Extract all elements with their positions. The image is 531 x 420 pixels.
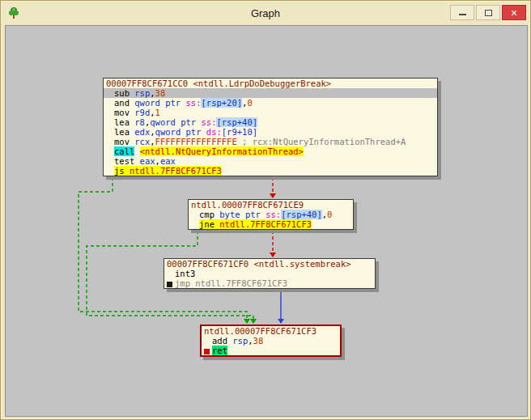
asm-token: ntdll.7FF8CF671CF3 bbox=[219, 219, 312, 229]
asm-token: mov bbox=[114, 137, 134, 146]
asm-token: r8 bbox=[134, 117, 145, 127]
minimize-button[interactable] bbox=[450, 5, 474, 20]
asm-token: lea bbox=[114, 127, 134, 137]
instruction-line[interactable]: sub rsp,38 bbox=[104, 88, 437, 98]
asm-token: ntdll.7FF8CF671CF3 bbox=[130, 166, 222, 176]
asm-token: rsp bbox=[134, 88, 150, 98]
asm-token: jmp ntdll.7FF8CF671CF3 bbox=[175, 278, 287, 288]
asm-token: eax bbox=[160, 156, 176, 166]
minimize-icon bbox=[459, 10, 466, 15]
asm-token: FFFFFFFFFFFFFFFE bbox=[155, 137, 237, 146]
edge-ce9-fall-cf0-arrowhead bbox=[270, 252, 276, 257]
marker-slot bbox=[167, 272, 172, 278]
asm-token: ret bbox=[212, 346, 227, 355]
asm-token: int3 bbox=[175, 269, 195, 278]
block-header: ntdll.00007FF8CF671CF3 bbox=[202, 326, 340, 336]
instruction-line[interactable]: mov rcx,FFFFFFFFFFFFFFFE ; rcx:NtQueryIn… bbox=[104, 137, 437, 146]
asm-token: cmp bbox=[199, 210, 219, 219]
asm-token: eax bbox=[140, 156, 155, 166]
close-button[interactable]: × bbox=[502, 5, 526, 20]
asm-token: 38 bbox=[253, 336, 264, 346]
marker-slot bbox=[106, 101, 112, 107]
instruction-line[interactable]: add rsp,38 bbox=[202, 336, 340, 346]
asm-token: ; rcx:NtQueryInformationThread+A bbox=[237, 137, 406, 146]
asm-token: qword ptr bbox=[134, 98, 185, 108]
instruction-line[interactable]: lea edx,qword ptr ds:[r9+10] bbox=[104, 127, 437, 137]
maximize-icon bbox=[485, 10, 492, 16]
marker-slot bbox=[106, 140, 112, 146]
instruction-line[interactable]: mov r9d,1 bbox=[104, 108, 437, 117]
instruction-line[interactable]: test eax,eax bbox=[104, 156, 437, 166]
asm-token: qword ptr bbox=[155, 127, 206, 137]
instruction-line[interactable]: cmp byte ptr ss:[rsp+40],0 bbox=[189, 210, 353, 219]
asm-token: edx bbox=[134, 127, 150, 137]
marker-slot bbox=[106, 91, 112, 97]
block-header: 00007FF8CF671CF0 <ntdll.systembreak> bbox=[164, 259, 375, 269]
breakpoint-marker bbox=[167, 282, 172, 287]
instruction-line[interactable]: jne ntdll.7FF8CF671CF3 bbox=[189, 219, 353, 229]
asm-token: byte ptr bbox=[219, 210, 266, 219]
graph-canvas[interactable]: 00007FF8CF671CC0 <ntdll.LdrpDoDebuggerBr… bbox=[5, 25, 528, 417]
asm-token bbox=[134, 146, 139, 156]
asm-token: ds: bbox=[206, 127, 222, 137]
asm-token: ss: bbox=[202, 117, 217, 127]
marker-slot bbox=[106, 159, 112, 165]
asm-token: js bbox=[114, 166, 125, 176]
marker-slot bbox=[106, 111, 112, 117]
asm-token: rcx bbox=[134, 137, 150, 146]
asm-token: qword ptr bbox=[150, 117, 201, 127]
instruction-line[interactable]: lea r8,qword ptr ss:[rsp+40] bbox=[104, 117, 437, 127]
asm-token: and bbox=[114, 98, 134, 108]
edge-ce9-taken-cf3-arrowhead bbox=[250, 319, 257, 324]
asm-token: jne bbox=[199, 219, 215, 229]
asm-token: 0 bbox=[247, 98, 252, 108]
asm-token: [rsp+40] bbox=[216, 117, 257, 127]
marker-slot bbox=[204, 339, 210, 345]
asm-token: rsp bbox=[232, 336, 248, 346]
asm-token: [rsp+20] bbox=[201, 98, 242, 108]
instruction-line[interactable]: int3 bbox=[164, 269, 375, 278]
titlebar[interactable]: Graph × bbox=[1, 1, 530, 25]
graph-node-ce9[interactable]: ntdll.00007FF8CF671CE9cmp byte ptr ss:[r… bbox=[188, 199, 354, 230]
asm-token: test bbox=[114, 156, 140, 166]
asm-token: mov bbox=[114, 108, 134, 117]
window-controls: × bbox=[450, 5, 526, 20]
block-header: 00007FF8CF671CC0 <ntdll.LdrpDoDebuggerBr… bbox=[104, 78, 437, 88]
edge-cf0-jmp-cf3-arrowhead bbox=[278, 319, 284, 324]
marker-slot bbox=[106, 121, 112, 126]
instruction-line[interactable]: and qword ptr ss:[rsp+20],0 bbox=[104, 98, 437, 108]
marker-slot bbox=[106, 130, 112, 136]
marker-slot bbox=[106, 169, 112, 175]
asm-token: ss: bbox=[266, 210, 281, 219]
instruction-line[interactable]: jmp ntdll.7FF8CF671CF3 bbox=[164, 278, 375, 288]
asm-token: 1 bbox=[155, 108, 160, 117]
instruction-line[interactable]: ret bbox=[202, 346, 340, 355]
edge-cc0-taken-cf3-arrowhead bbox=[244, 319, 250, 324]
asm-token: r9d bbox=[134, 108, 150, 117]
graph-window: Graph × 00007FF8CF671CC0 <ntdll.LdrpDoDe… bbox=[0, 0, 531, 420]
maximize-button[interactable] bbox=[476, 5, 500, 20]
asm-token: <ntdll.NtQueryInformationThread> bbox=[140, 146, 304, 156]
asm-token: call bbox=[114, 146, 134, 156]
graph-node-cc0[interactable]: 00007FF8CF671CC0 <ntdll.LdrpDoDebuggerBr… bbox=[103, 78, 438, 176]
graph-node-cf0[interactable]: 00007FF8CF671CF0 <ntdll.systembreak>int3… bbox=[164, 258, 376, 289]
asm-token: [rsp+40] bbox=[281, 210, 322, 219]
instruction-line[interactable]: js ntdll.7FF8CF671CF3 bbox=[104, 166, 437, 176]
block-header: ntdll.00007FF8CF671CE9 bbox=[189, 200, 353, 210]
marker-slot bbox=[191, 213, 197, 218]
asm-token: add bbox=[212, 336, 232, 346]
marker-slot bbox=[191, 223, 197, 228]
marker-slot bbox=[106, 150, 112, 155]
edge-cc0-fall-ce9-arrowhead bbox=[270, 193, 276, 198]
asm-token: 0 bbox=[327, 210, 332, 219]
asm-token: lea bbox=[114, 117, 134, 127]
asm-token: ss: bbox=[186, 98, 202, 108]
breakpoint-marker bbox=[204, 349, 210, 354]
graph-node-cf3[interactable]: ntdll.00007FF8CF671CF3add rsp,38ret bbox=[200, 325, 342, 357]
asm-token: sub bbox=[114, 88, 134, 98]
asm-token: [r9+10] bbox=[222, 127, 257, 137]
asm-token: 38 bbox=[155, 88, 166, 98]
instruction-line[interactable]: call <ntdll.NtQueryInformationThread> bbox=[104, 146, 437, 156]
